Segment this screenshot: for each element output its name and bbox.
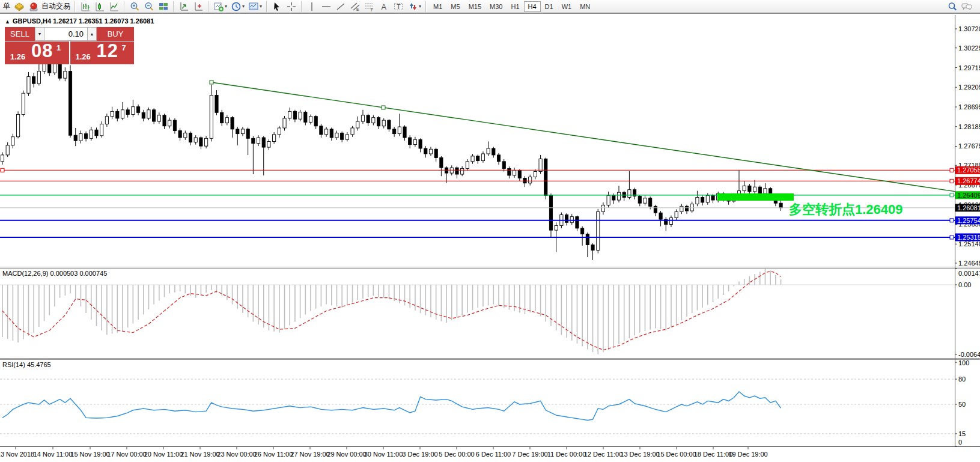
- chart-profile-icon: [193, 1, 204, 12]
- svg-text:15 Nov 19:00: 15 Nov 19:00: [70, 451, 109, 458]
- toolbar-separator: [425, 1, 427, 12]
- fibonacci-tool[interactable]: F: [362, 1, 377, 13]
- buy-price-box[interactable]: 1.26 12 7: [70, 41, 135, 64]
- timeframe-m5[interactable]: M5: [446, 1, 464, 12]
- chart-profile-button[interactable]: [191, 1, 205, 13]
- search-button[interactable]: [945, 1, 960, 13]
- svg-text:F: F: [371, 8, 373, 12]
- line-chart-icon: [109, 1, 120, 12]
- buy-price-big: 12: [97, 40, 118, 62]
- top-toolbar: 单 自动交易: [0, 0, 980, 14]
- chat-button[interactable]: [960, 1, 974, 13]
- timeframe-group: M1M5M15M30H1H4D1W1MN: [429, 1, 594, 12]
- zoom-in-button[interactable]: [127, 1, 142, 13]
- dropdown-caret: ▾: [242, 4, 245, 9]
- timeframe-m15[interactable]: M15: [464, 1, 485, 12]
- sell-price-box[interactable]: 1.26 08 1: [5, 41, 69, 64]
- horizontal-line-tool[interactable]: [319, 1, 333, 13]
- arrows-tool[interactable]: ▾: [406, 1, 423, 13]
- autotrade-label: 自动交易: [41, 1, 70, 11]
- trendline-icon: [335, 1, 346, 12]
- toolbar-separator: [173, 1, 174, 12]
- volume-input[interactable]: [44, 27, 87, 41]
- toolbar-separator: [124, 1, 125, 12]
- sell-price-sup: 1: [56, 43, 61, 52]
- channel-icon: E: [350, 1, 361, 12]
- new-chart-icon: [178, 1, 189, 12]
- volume-decrease-button[interactable]: ▼: [35, 27, 44, 41]
- text-a-icon: A: [379, 1, 389, 12]
- sell-button[interactable]: SELL: [5, 27, 35, 41]
- svg-text:12 Dec 11:00: 12 Dec 11:00: [584, 451, 623, 458]
- expert-advisors-icon[interactable]: [12, 1, 26, 13]
- tile-windows-button[interactable]: [156, 1, 171, 13]
- svg-text:13 Nov 2018: 13 Nov 2018: [0, 451, 34, 458]
- tile-windows-icon: [158, 1, 169, 12]
- symbol-ohlc-text: GBPUSD,H4 1.26217 1.26351 1.26073 1.2608…: [13, 17, 154, 25]
- new-order-button[interactable]: 单: [1, 1, 12, 13]
- svg-text:1.26774: 1.26774: [957, 177, 980, 184]
- add-indicator-button[interactable]: ▾: [212, 1, 229, 13]
- zoom-out-button[interactable]: [142, 1, 156, 13]
- timeframe-m30[interactable]: M30: [485, 1, 507, 12]
- svg-text:19 Dec 19:00: 19 Dec 19:00: [728, 451, 767, 458]
- line-chart-mode-button[interactable]: [107, 1, 121, 13]
- svg-text:27 Nov 19:00: 27 Nov 19:00: [290, 451, 329, 458]
- zoom-out-icon: [144, 1, 154, 12]
- timeframe-h1[interactable]: H1: [507, 1, 523, 12]
- dropdown-caret: ▾: [419, 4, 421, 9]
- bar-chart-mode-button[interactable]: [78, 1, 93, 13]
- autotrade-icon: [28, 1, 39, 12]
- channel-tool[interactable]: E: [348, 1, 362, 13]
- svg-text:1.25754: 1.25754: [957, 217, 980, 224]
- text-label-tool[interactable]: T: [391, 1, 406, 13]
- svg-text:30 Nov 11:00: 30 Nov 11:00: [364, 451, 403, 458]
- autotrade-button[interactable]: 自动交易: [26, 1, 72, 13]
- label-t-icon: T: [393, 1, 404, 12]
- cursor-tool-button[interactable]: [270, 1, 284, 13]
- svg-text:20 Nov 11:00: 20 Nov 11:00: [144, 451, 183, 458]
- symbol-ohlc-line[interactable]: ▲GBPUSD,H4 1.26217 1.26351 1.26073 1.260…: [5, 17, 154, 25]
- candlestick-mode-button[interactable]: [93, 1, 107, 13]
- yellow-package-icon: [14, 1, 25, 12]
- sell-button-label: SELL: [10, 29, 29, 38]
- template-button[interactable]: ▾: [246, 1, 264, 13]
- timeframe-mn[interactable]: MN: [576, 1, 594, 12]
- new-chart-button[interactable]: [177, 1, 191, 13]
- svg-text:0: 0: [958, 439, 962, 446]
- text-tool[interactable]: A: [377, 1, 391, 13]
- collapse-triangle-icon: ▲: [5, 19, 10, 25]
- template-icon: [248, 1, 259, 12]
- svg-text:5 Dec 00:00: 5 Dec 00:00: [439, 451, 474, 458]
- period-button[interactable]: ▾: [229, 1, 246, 13]
- highlight-rect[interactable]: [717, 193, 794, 201]
- svg-text:29 Nov 00:00: 29 Nov 00:00: [327, 451, 366, 458]
- svg-text:80: 80: [958, 375, 966, 383]
- toolbar-separator: [208, 1, 209, 12]
- svg-text:1.27675: 1.27675: [958, 142, 980, 150]
- svg-text:-0.00641: -0.00641: [958, 351, 980, 358]
- dropdown-caret: ▾: [260, 4, 262, 9]
- vertical-line-tool[interactable]: [305, 1, 319, 13]
- svg-text:17 Nov 00:00: 17 Nov 00:00: [107, 451, 146, 458]
- timeframe-m1[interactable]: M1: [429, 1, 446, 12]
- svg-text:1.29205: 1.29205: [958, 84, 980, 91]
- one-click-trading-panel: SELL ▼ ▲ BUY 1.26 08 1 1.26 12 7: [5, 27, 134, 64]
- svg-text:0.00147: 0.00147: [958, 270, 980, 277]
- timeframe-w1[interactable]: W1: [558, 1, 576, 12]
- svg-text:13 Dec 19:00: 13 Dec 19:00: [620, 451, 659, 458]
- annotation-text[interactable]: 多空转折点1.26409: [789, 202, 903, 217]
- volume-increase-button[interactable]: ▲: [87, 27, 97, 41]
- trendline-tool[interactable]: [333, 1, 348, 13]
- crosshair-tool-button[interactable]: [284, 1, 299, 13]
- buy-price-sup: 7: [122, 43, 126, 52]
- timeframe-d1[interactable]: D1: [541, 1, 558, 12]
- chart-canvas[interactable]: 多空转折点1.264091.307201.302251.297151.29205…: [0, 0, 980, 462]
- toolbar-right-group: [945, 1, 974, 13]
- timeframe-h4[interactable]: H4: [524, 1, 541, 12]
- cursor-icon: [272, 1, 282, 12]
- zoom-in-icon: [129, 1, 140, 12]
- svg-text:100: 100: [958, 359, 969, 366]
- svg-text:0.00: 0.00: [958, 281, 971, 288]
- buy-button[interactable]: BUY: [97, 27, 134, 41]
